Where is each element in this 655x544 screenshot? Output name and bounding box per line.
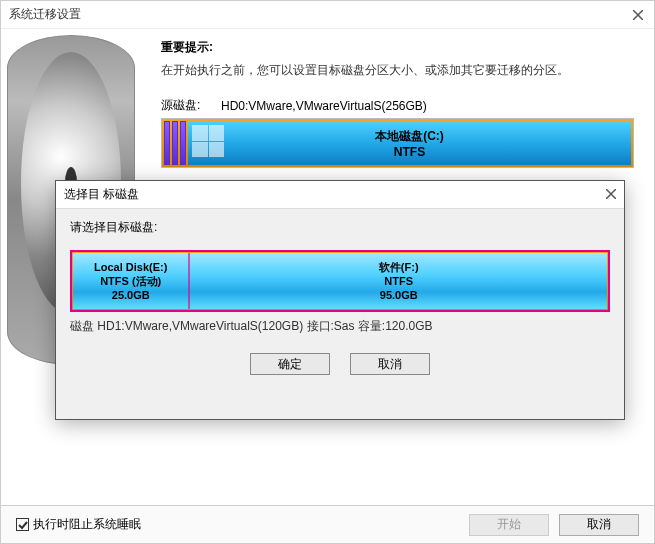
windows-logo-icon	[192, 125, 224, 157]
instruction-text: 在开始执行之前，您可以设置目标磁盘分区大小、或添加其它要迁移的分区。	[161, 62, 634, 79]
main-close-icon[interactable]	[630, 7, 646, 23]
target-partition-0-size: 25.0GB	[112, 288, 150, 302]
target-partition-0-fs: NTFS (活动)	[100, 274, 161, 288]
bottom-bar: 执行时阻止系统睡眠 开始 取消	[1, 505, 654, 543]
modal-cancel-button[interactable]: 取消	[350, 353, 430, 375]
source-disk-value: HD0:VMware,VMwareVirtualS(256GB)	[221, 99, 427, 113]
target-partition-0-label: Local Disk(E:)	[94, 260, 167, 274]
reserved-partition-1[interactable]	[164, 121, 170, 165]
modal-close-icon[interactable]	[606, 188, 616, 202]
prevent-sleep-label: 执行时阻止系统睡眠	[33, 516, 141, 533]
source-disk-label: 源磁盘:	[161, 97, 221, 114]
prevent-sleep-checkbox[interactable]: 执行时阻止系统睡眠	[16, 516, 141, 533]
source-partition-fs: NTFS	[394, 145, 425, 159]
modal-titlebar: 选择目 标磁盘	[56, 181, 624, 209]
main-cancel-button[interactable]: 取消	[559, 514, 639, 536]
modal-ok-button[interactable]: 确定	[250, 353, 330, 375]
target-disk-info: 磁盘 HD1:VMware,VMwareVirtualS(120GB) 接口:S…	[70, 318, 610, 335]
main-titlebar: 系统迁移设置	[1, 1, 654, 29]
select-target-dialog: 选择目 标磁盘 请选择目标磁盘: Local Disk(E:)NTFS (活动)…	[55, 180, 625, 420]
checkbox-icon	[16, 518, 29, 531]
main-title: 系统迁移设置	[9, 6, 81, 23]
target-partition-1-label: 软件(F:)	[379, 260, 419, 274]
source-disk-bar: 本地磁盘(C:) NTFS	[161, 118, 634, 168]
target-disk-bar: Local Disk(E:)NTFS (活动)25.0GB软件(F:)NTFS9…	[70, 250, 610, 312]
reserved-partition-3[interactable]	[180, 121, 186, 165]
target-partition-1[interactable]: 软件(F:)NTFS95.0GB	[190, 253, 607, 309]
target-partition-1-size: 95.0GB	[380, 288, 418, 302]
target-partition-1-fs: NTFS	[384, 274, 413, 288]
source-partition-name: 本地磁盘(C:)	[375, 128, 444, 145]
modal-title: 选择目 标磁盘	[64, 186, 139, 203]
important-heading: 重要提示:	[161, 39, 634, 56]
modal-button-row: 确定 取消	[70, 353, 610, 375]
target-partition-0[interactable]: Local Disk(E:)NTFS (活动)25.0GB	[73, 253, 190, 309]
source-partition-c[interactable]: 本地磁盘(C:) NTFS	[188, 121, 631, 165]
reserved-partition-2[interactable]	[172, 121, 178, 165]
start-button: 开始	[469, 514, 549, 536]
modal-prompt: 请选择目标磁盘:	[70, 219, 610, 236]
source-disk-row: 源磁盘: HD0:VMware,VMwareVirtualS(256GB)	[161, 97, 634, 114]
modal-body: 请选择目标磁盘: Local Disk(E:)NTFS (活动)25.0GB软件…	[56, 209, 624, 385]
